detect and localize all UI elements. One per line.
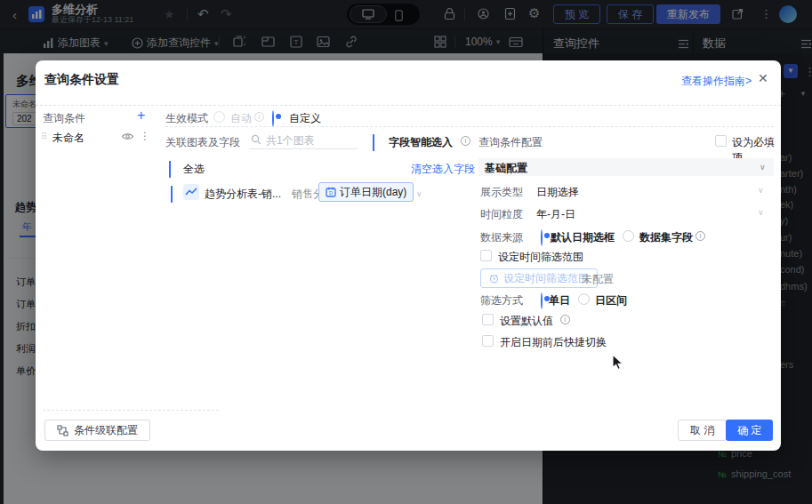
date-field-tag-label: 订单日期(day) — [340, 185, 406, 200]
search-icon — [251, 134, 261, 145]
chevron-down-icon[interactable]: ∨ — [760, 163, 766, 172]
smart-select-label: 字段智能选入 — [389, 135, 453, 150]
filter-range-radio[interactable] — [578, 293, 590, 305]
mode-auto-label: 自动 — [230, 111, 252, 126]
time-range-label: 设定时间筛选范围 — [498, 250, 583, 265]
filter-single-label: 单日 — [549, 293, 570, 308]
cancel-button[interactable]: 取 消 — [678, 420, 727, 441]
cascade-icon — [57, 425, 68, 436]
guide-link[interactable]: 查看操作指南> — [681, 74, 752, 89]
chart-search-input[interactable]: 共1个图表 — [249, 130, 358, 149]
chevron-down-icon[interactable]: ∨ — [416, 189, 422, 198]
search-placeholder: 共1个图表 — [266, 133, 315, 148]
chart-row-name: 趋势分析表-销... — [205, 187, 281, 202]
source-dataset-radio[interactable] — [623, 230, 634, 242]
info-icon[interactable]: i — [461, 136, 470, 146]
svg-text:D: D — [329, 190, 333, 196]
condition-list-header: 查询条件 — [43, 111, 85, 126]
chart-row-checkbox[interactable] — [171, 186, 173, 203]
filter-single-radio[interactable] — [541, 292, 543, 309]
source-dataset-label: 数据集字段 — [639, 230, 693, 245]
condition-item-label[interactable]: 未命名 — [52, 131, 84, 146]
divider — [165, 126, 774, 127]
filter-mode-label: 筛选方式 — [480, 293, 523, 308]
granularity-label: 时间粒度 — [480, 207, 523, 222]
line-chart-icon — [183, 184, 199, 200]
mode-label: 生效模式 — [165, 111, 208, 126]
quick-switch-checkbox[interactable] — [482, 335, 494, 347]
drag-handle-icon[interactable]: ⠿ — [41, 132, 47, 141]
mode-auto-radio[interactable] — [213, 111, 225, 123]
calendar-icon: D — [326, 187, 336, 197]
smart-select-checkbox[interactable] — [373, 134, 374, 151]
filter-range-label: 日区间 — [595, 293, 627, 308]
clear-fields-link[interactable]: 清空选入字段 — [411, 162, 475, 177]
default-value-label: 设置默认值 — [500, 314, 553, 329]
relation-label: 关联图表及字段 — [165, 135, 240, 150]
mode-custom-radio[interactable] — [272, 110, 274, 127]
set-time-range-button: 设定时间筛选范围 — [480, 268, 598, 288]
data-source-label: 数据来源 — [480, 230, 523, 245]
required-checkbox[interactable] — [715, 135, 727, 147]
basic-config-label: 基础配置 — [485, 161, 527, 176]
clock-icon — [489, 274, 499, 284]
config-header: 查询条件配置 — [478, 135, 543, 150]
select-all-checkbox[interactable] — [169, 161, 171, 178]
granularity-value[interactable]: 年-月-日 — [536, 207, 575, 222]
confirm-button[interactable]: 确 定 — [726, 420, 773, 441]
default-value-checkbox[interactable] — [482, 314, 494, 325]
eye-icon[interactable] — [121, 130, 134, 146]
chevron-down-icon[interactable]: ∨ — [758, 186, 764, 195]
add-condition-button[interactable]: + — [137, 108, 145, 124]
divider — [43, 410, 219, 411]
mode-custom-label: 自定义 — [289, 111, 321, 126]
mouse-cursor — [612, 354, 626, 372]
info-icon[interactable]: i — [695, 231, 705, 241]
display-type-value[interactable]: 日期选择 — [536, 185, 579, 200]
app-root: ‹ 多维分析 最近保存于12-13 11:21 ★ ↶ ↷ — [0, 0, 812, 504]
info-icon[interactable]: i — [254, 112, 264, 122]
chevron-down-icon[interactable]: ∨ — [758, 208, 764, 217]
dialog-title: 查询条件设置 — [44, 72, 119, 88]
source-default-label: 默认日期选框 — [551, 230, 615, 245]
select-all-label: 全选 — [183, 162, 205, 177]
cascade-config-button[interactable]: 条件级联配置 — [44, 420, 150, 441]
info-icon[interactable]: i — [560, 315, 570, 324]
query-condition-dialog: 查询条件设置 查看操作指南> ✕ 查询条件 + ⠿ 未命名 ⋮ 生效模式 自动 … — [36, 60, 781, 451]
date-field-tag[interactable]: D 订单日期(day) — [318, 182, 414, 202]
range-status: 未配置 — [582, 272, 614, 287]
quick-switch-label: 开启日期前后快捷切换 — [500, 335, 607, 350]
close-icon[interactable]: ✕ — [758, 71, 768, 85]
item-more-icon[interactable]: ⋮ — [140, 130, 150, 142]
basic-config-section[interactable]: 基础配置 ∨ — [478, 158, 774, 176]
time-range-checkbox[interactable] — [480, 250, 492, 261]
source-default-radio[interactable] — [541, 229, 543, 246]
divider — [36, 105, 781, 106]
display-type-label: 展示类型 — [480, 185, 523, 200]
